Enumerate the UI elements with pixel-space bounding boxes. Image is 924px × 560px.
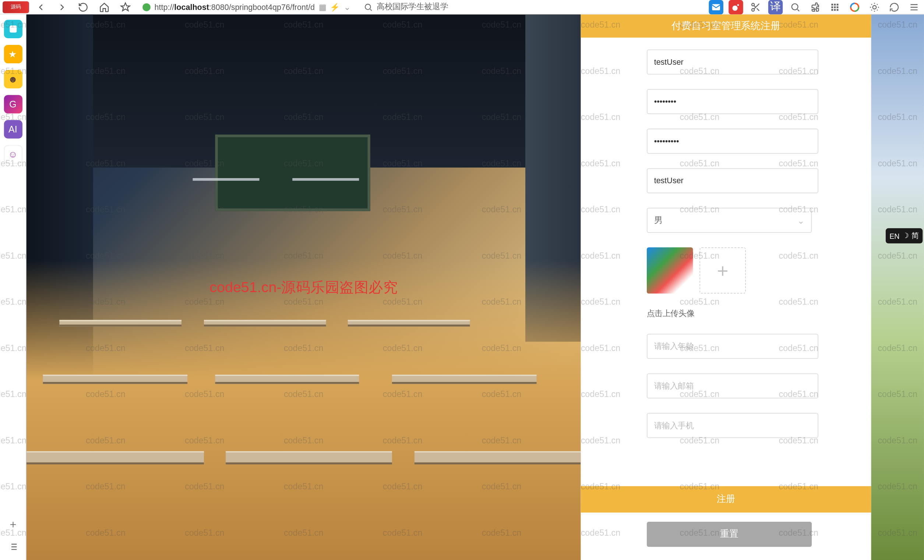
confirm-password-input[interactable] (647, 129, 818, 154)
back-button[interactable] (32, 0, 50, 14)
age-input[interactable] (647, 334, 818, 359)
email-input[interactable] (647, 373, 818, 398)
ime-lang: EN (890, 232, 899, 240)
search-icon (364, 2, 373, 11)
browser-tab[interactable]: 源码 (3, 1, 29, 13)
svg-rect-9 (837, 3, 838, 5)
sidebar-list-button[interactable] (6, 540, 20, 553)
watermark-center: code51.cn-源码乐园盗图必究 (210, 277, 398, 297)
svg-point-2 (732, 5, 737, 10)
svg-point-3 (737, 4, 739, 6)
favorite-button[interactable] (116, 0, 135, 14)
site-secure-icon (142, 3, 151, 11)
ime-indicator[interactable]: EN ☽ 简 (885, 228, 922, 243)
svg-rect-15 (837, 9, 838, 10)
search-ext-icon[interactable] (788, 0, 802, 14)
svg-point-0 (365, 4, 371, 9)
nickname-input[interactable] (647, 168, 818, 193)
svg-rect-13 (831, 9, 833, 10)
svg-rect-14 (834, 9, 836, 10)
avatar-hint: 点击上传头像 (647, 308, 805, 319)
gender-select[interactable]: 男 ⌄ (647, 208, 812, 233)
theme-icon[interactable] (867, 0, 882, 14)
search-text: 高校国际学生被退学 (376, 1, 448, 12)
background-strip (871, 14, 924, 560)
mail-icon[interactable] (709, 0, 723, 14)
sidebar-app-1[interactable] (4, 20, 22, 38)
menu-icon[interactable] (907, 0, 921, 14)
address-bar[interactable]: http://localhost:8080/springboot4qp76/fr… (137, 2, 356, 11)
reset-button[interactable]: 重置 (647, 522, 812, 547)
forward-button[interactable] (52, 0, 71, 14)
sidebar-app-6[interactable]: ☺ (4, 145, 22, 163)
svg-rect-11 (834, 6, 836, 8)
sidebar-app-3[interactable]: ☻ (4, 70, 22, 88)
sidebar-app-4[interactable]: G (4, 95, 22, 113)
svg-rect-20 (9, 25, 16, 32)
password-input[interactable] (647, 89, 818, 114)
qr-icon[interactable]: ▦ (319, 2, 326, 11)
sidebar-add-button[interactable]: ＋ (6, 518, 20, 531)
gender-selected-value: 男 (654, 214, 663, 226)
translate-icon[interactable]: 译 (768, 0, 783, 14)
register-button[interactable]: 注册 (581, 486, 872, 512)
register-panel: 付费自习室管理系统注册 男 ⌄ ＋ 点击上传头像 (581, 14, 872, 560)
history-icon[interactable] (887, 0, 902, 14)
url-dropdown-icon[interactable]: ⌄ (344, 2, 351, 11)
browser-toolbar: 源码 http://localhost:8080/springboot4qp76… (0, 0, 924, 14)
color-ring-icon[interactable] (848, 0, 862, 14)
browser-search-box[interactable]: 高校国际学生被退学 (358, 1, 477, 12)
extension-icon[interactable] (808, 0, 822, 14)
svg-rect-10 (831, 6, 833, 8)
scissors-icon[interactable] (748, 0, 763, 14)
panel-title: 付费自习室管理系统注册 (581, 14, 872, 37)
svg-point-5 (752, 8, 754, 10)
svg-rect-8 (834, 3, 836, 5)
phone-input[interactable] (647, 413, 818, 438)
background-image: code51.cn-源码乐园盗图必究 (27, 14, 581, 560)
svg-rect-12 (837, 6, 838, 8)
moon-icon: ☽ (902, 231, 909, 240)
apps-grid-icon[interactable] (828, 0, 842, 14)
sidebar-app-2[interactable]: ★ (4, 45, 22, 63)
reload-button[interactable] (74, 0, 92, 14)
svg-point-19 (873, 5, 876, 9)
sidebar-app-5[interactable]: AI (4, 120, 22, 138)
svg-point-6 (792, 3, 798, 10)
home-button[interactable] (95, 0, 113, 14)
ime-mode: 简 (912, 231, 919, 241)
chevron-down-icon: ⌄ (797, 215, 805, 225)
svg-rect-7 (831, 3, 833, 5)
avatar-upload-button[interactable]: ＋ (699, 247, 746, 293)
weibo-icon[interactable] (729, 0, 743, 14)
browser-sidebar: ★ ☻ G AI ☺ ＋ (0, 14, 27, 560)
username-input[interactable] (647, 49, 818, 74)
svg-point-4 (752, 3, 754, 6)
avatar-thumbnail[interactable] (647, 247, 693, 293)
speed-icon[interactable]: ⚡ (330, 2, 340, 11)
url-text: http://localhost:8080/springboot4qp76/fr… (154, 2, 315, 11)
